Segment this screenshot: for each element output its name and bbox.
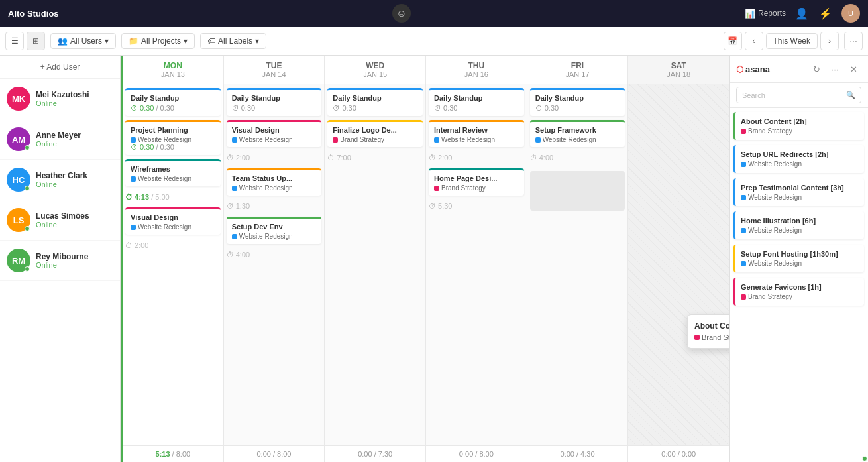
user-item[interactable]: AM Anne Meyer Online — [0, 119, 120, 160]
asana-more-btn[interactable]: ··· — [827, 61, 843, 77]
user-item[interactable]: RM Rey Mibourne Online — [0, 241, 120, 281]
project-dot — [535, 137, 541, 143]
project-name: Website Redesign — [138, 175, 191, 182]
filter-bar: ☰ ⊞ 👥 All Users ▾ 📁 All Projects ▾ 🏷 All… — [0, 27, 868, 56]
project-name: Website Redesign — [441, 136, 495, 143]
day-header-mon: MON JAN 13 — [123, 56, 223, 84]
user-avatar-nav[interactable]: U — [841, 4, 860, 23]
task-title: Setup Dev Env — [232, 223, 317, 231]
grid-view-btn[interactable]: ⊞ — [27, 32, 45, 50]
day-footer-fri: 0:00 / 4:30 — [527, 445, 628, 462]
online-indicator — [25, 226, 30, 231]
more-options-btn[interactable]: ··· — [844, 32, 863, 50]
task-project: Website Redesign — [535, 136, 620, 143]
day-header-tue: TUE JAN 14 — [224, 56, 325, 84]
project-dot — [741, 195, 746, 200]
calendar-icon-btn[interactable]: 📅 — [724, 32, 742, 50]
all-labels-label: All Labels — [218, 36, 252, 46]
person-icon-btn[interactable]: 👤 — [794, 5, 810, 21]
day-body-thu: Daily Standup ⏱ 0:30 Internal Review Web… — [426, 84, 527, 445]
day-col-sat: SAT JAN 18 0:00 / 0:00 — [628, 56, 729, 462]
labels-icon: 🏷 — [207, 36, 215, 46]
asana-task-title: Home Illustration [6h] — [741, 217, 859, 225]
all-projects-filter[interactable]: 📁 All Projects ▾ — [121, 33, 195, 49]
day-name-thu: THU — [429, 61, 524, 70]
day-footer-wed: 0:00 / 7:30 — [325, 445, 425, 462]
task-title: Daily Standup — [434, 94, 519, 102]
task-card[interactable]: Visual Design Website Redesign — [227, 120, 322, 147]
asana-task-item[interactable]: Setup URL Redirects [2h] Website Redesig… — [733, 145, 864, 173]
time-separator: / 0:30 — [156, 104, 174, 112]
task-card[interactable]: Team Status Up... Website Redesign — [227, 168, 322, 196]
task-project: Website Redesign — [131, 223, 215, 231]
week-label: This Week — [766, 33, 818, 49]
asana-task-item[interactable]: Prep Testimonial Content [3h] Website Re… — [733, 178, 864, 206]
asana-task-item[interactable]: Setup Font Hosting [1h30m] Website Redes… — [733, 245, 864, 272]
main-layout: + Add User MK Mei Kazutoshi Online AM An… — [0, 56, 868, 462]
task-time: ⏱ 0:30 — [333, 104, 417, 112]
user-info: Mei Kazutoshi Online — [36, 90, 113, 107]
time-logged: ⏱ 4:13 — [125, 193, 149, 201]
user-name: Mei Kazutoshi — [36, 90, 113, 99]
user-item[interactable]: MK Mei Kazutoshi Online — [0, 79, 120, 119]
task-card[interactable]: Setup Dev Env Website Redesign — [227, 217, 322, 244]
user-name: Anne Meyer — [36, 131, 113, 140]
user-item[interactable]: LS Lucas Simões Online — [0, 200, 120, 241]
next-week-btn[interactable]: › — [820, 32, 839, 50]
project-dot — [741, 129, 746, 134]
labels-chevron-icon: ▾ — [255, 36, 259, 46]
prev-week-btn[interactable]: ‹ — [745, 32, 763, 50]
asana-task-item[interactable]: About Content [2h] Brand Strategy — [733, 112, 864, 140]
all-labels-filter[interactable]: 🏷 All Labels ▾ — [200, 33, 266, 49]
tooltip-project-name: Brand Strategy — [702, 333, 729, 341]
reports-button[interactable]: 📊 Reports — [745, 9, 786, 19]
user-item[interactable]: HC Heather Clark Online — [0, 160, 120, 200]
time-spacer: ⏱ 5:30 — [429, 200, 524, 213]
day-col-thu: THU JAN 16 Daily Standup ⏱ 0:30 Internal… — [426, 56, 527, 462]
task-card[interactable]: Visual Design Website Redesign — [125, 207, 221, 235]
user-list: MK Mei Kazutoshi Online AM Anne Meyer On… — [0, 79, 120, 462]
search-input[interactable]: Search 🔍 — [736, 87, 861, 103]
online-indicator — [25, 145, 30, 150]
task-time: ⏱ 0:30 / 0:30 — [131, 143, 215, 151]
task-title: Team Status Up... — [232, 174, 317, 182]
task-card[interactable]: Finalize Logo De... Brand Strategy — [327, 120, 423, 147]
task-card[interactable]: Daily Standup ⏱ 0:30 — [530, 88, 625, 116]
asana-task-project: Brand Strategy — [741, 293, 859, 300]
user-status: Online — [36, 221, 113, 229]
task-card[interactable]: Project Planning Website Redesign ⏱ 0:30… — [125, 120, 221, 155]
task-card[interactable]: Home Page Desi... Brand Strategy — [429, 168, 524, 196]
task-card[interactable]: Daily Standup ⏱ 0:30 — [227, 88, 322, 116]
task-time: ⏱ 0:30 — [434, 104, 519, 112]
task-project: Website Redesign — [232, 136, 317, 143]
day-body-mon: Daily Standup ⏱ 0:30 / 0:30 Project Plan… — [123, 84, 223, 445]
asana-close-btn[interactable]: ✕ — [845, 61, 861, 77]
add-user-button[interactable]: + Add User — [0, 56, 120, 79]
project-name: Website Redesign — [138, 223, 191, 231]
all-users-label: All Users — [70, 36, 102, 46]
project-dot — [434, 137, 439, 143]
asana-task-project: Website Redesign — [741, 227, 859, 234]
project-name: Brand Strategy — [340, 136, 384, 143]
center-icon[interactable]: ⊜ — [392, 4, 411, 23]
task-card[interactable]: Daily Standup ⏱ 0:30 / 0:30 — [125, 88, 221, 116]
task-card[interactable]: Daily Standup ⏱ 0:30 — [429, 88, 524, 116]
task-project: Website Redesign — [131, 136, 215, 143]
asana-refresh-btn[interactable]: ↻ — [808, 61, 824, 77]
all-users-filter[interactable]: 👥 All Users ▾ — [50, 33, 116, 49]
users-icon: 👥 — [58, 36, 68, 46]
asana-task-item[interactable]: Home Illustration [6h] Website Redesign — [733, 211, 864, 239]
task-card[interactable]: Wireframes Website Redesign — [125, 159, 221, 186]
asana-task-title: Prep Testimonial Content [3h] — [741, 184, 859, 192]
top-nav: Alto Studios ⊜ 📊 Reports 👤 ⚡ U — [0, 0, 868, 27]
task-card[interactable]: Setup Framework Website Redesign — [530, 120, 625, 147]
task-card[interactable]: Internal Review Website Redesign — [429, 120, 524, 147]
all-projects-label: All Projects — [141, 36, 181, 46]
bolt-icon-btn[interactable]: ⚡ — [818, 5, 834, 21]
asana-task-item[interactable]: Generate Favicons [1h] Brand Strategy — [733, 278, 864, 306]
user-info: Heather Clark Online — [36, 171, 113, 188]
task-title: Visual Design — [232, 126, 317, 134]
list-view-btn[interactable]: ☰ — [5, 32, 24, 50]
task-card[interactable]: Daily Standup ⏱ 0:30 — [327, 88, 423, 116]
project-dot — [232, 186, 237, 191]
